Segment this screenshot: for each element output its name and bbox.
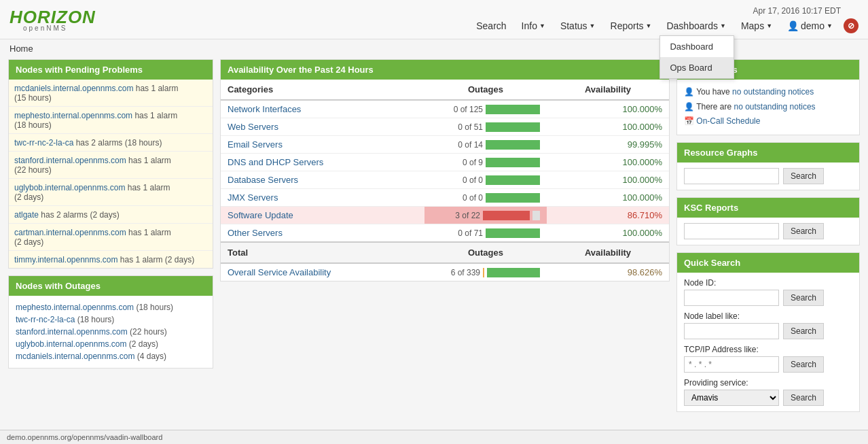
cat-link-5[interactable]: Database Servers: [228, 175, 298, 185]
outages-header: Nodes with Outages: [9, 276, 213, 296]
dd-dashboard[interactable]: Dashboard: [660, 36, 734, 57]
availability-table: Categories Outages Availability Network …: [221, 80, 669, 281]
cat-link-2[interactable]: Web Servers: [228, 122, 278, 132]
nav-status[interactable]: Status ▼: [554, 16, 602, 35]
outage-link-3[interactable]: stanford.internal.opennms.com: [16, 327, 128, 337]
nav-info[interactable]: Info ▼: [515, 16, 552, 35]
node-item-4: stanford.internal.opennms.com has 1 alar…: [9, 152, 213, 179]
node-link-7[interactable]: cartman.internal.opennms.com: [14, 228, 126, 237]
outage-link-1[interactable]: mephesto.internal.opennms.com: [16, 303, 134, 312]
cat-link-3[interactable]: Email Servers: [228, 139, 283, 150]
availability-header: Availability Over the Past 24 Hours: [221, 60, 669, 80]
node-item-2: mephesto.internal.opennms.com has 1 alar…: [9, 107, 213, 134]
nav-maps-dropdown[interactable]: Maps ▼: [734, 16, 779, 35]
ksc-reports-search-button[interactable]: Search: [783, 223, 824, 239]
node-link-8[interactable]: timmy.internal.opennms.com: [14, 255, 118, 264]
node-id-input[interactable]: [684, 290, 779, 306]
dashboards-dropdown-menu: Dashboard Ops Board: [659, 35, 734, 79]
pending-problems-body: mcdaniels.internal.opennms.com has 1 ala…: [9, 80, 213, 268]
nav-maps[interactable]: Maps ▼: [734, 16, 779, 35]
node-link-2[interactable]: mephesto.internal.opennms.com: [14, 111, 132, 120]
nav-reports[interactable]: Reports ▼: [604, 16, 659, 35]
nav-status-dropdown[interactable]: Status ▼: [554, 16, 602, 35]
table-row: Network Interfaces 0 of 125 100.000%: [221, 100, 669, 118]
notif-line3: 📅 On-Call Schedule: [684, 114, 852, 129]
nav-reports-dropdown[interactable]: Reports ▼: [604, 16, 659, 35]
node-link-6[interactable]: atlgate: [14, 210, 39, 220]
notif-link-2[interactable]: no outstanding notices: [734, 102, 815, 112]
quick-search-panel: Quick Search Node ID: Search Node label …: [676, 252, 860, 412]
cat-link-7[interactable]: Software Update: [228, 210, 293, 220]
col-total-label: Total: [221, 242, 424, 263]
ksc-reports-panel: KSC Reports Search: [676, 197, 860, 245]
nav-dashboards-dropdown[interactable]: Dashboards ▼ Dashboard Ops Board: [659, 16, 732, 35]
overall-availability-row: Overall Service Availability 6 of 339 98…: [221, 263, 669, 281]
col-availability: Availability: [547, 80, 669, 100]
node-label-input[interactable]: [684, 323, 779, 339]
node-id-search-button[interactable]: Search: [783, 290, 824, 306]
nav-search[interactable]: Search: [469, 16, 513, 35]
cat-link-1[interactable]: Network Interfaces: [228, 104, 301, 114]
node-item-5: uglybob.internal.opennms.com has 1 alarm…: [9, 179, 213, 206]
node-item-8: timmy.internal.opennms.com has 1 alarm (…: [9, 251, 213, 268]
notif-line1: 👤 You have no outstanding notices: [684, 85, 852, 100]
pending-problems-header: Nodes with Pending Problems: [9, 60, 213, 80]
tcp-search-button[interactable]: Search: [783, 356, 824, 373]
notif-link-3[interactable]: On-Call Schedule: [696, 116, 760, 126]
cat-link-4[interactable]: DNS and DHCP Servers: [228, 157, 323, 167]
availability-panel: Availability Over the Past 24 Hours Cate…: [220, 59, 670, 281]
dd-ops-board[interactable]: Ops Board: [660, 57, 734, 78]
table-row: Database Servers 0 of 0 100.000%: [221, 171, 669, 189]
datetime: Apr 17, 2016 10:17 EDT: [753, 6, 841, 16]
outage-link-2[interactable]: twc-rr-nc-2-la-ca: [16, 315, 75, 324]
resource-graphs-panel: Resource Graphs Search: [676, 142, 860, 190]
nav-dashboards[interactable]: Dashboards ▼: [659, 16, 732, 35]
node-link-5[interactable]: uglybob.internal.opennms.com: [14, 183, 125, 192]
resource-graphs-body: Search: [677, 163, 859, 190]
col-categories: Categories: [221, 80, 424, 100]
outage-item-4: uglybob.internal.opennms.com (2 days): [16, 338, 206, 350]
nav-user-dropdown[interactable]: 👤 demo ▼: [780, 16, 839, 35]
outage-link-4[interactable]: uglybob.internal.opennms.com: [16, 339, 126, 349]
tcp-input[interactable]: [684, 356, 779, 373]
table-row: DNS and DHCP Servers 0 of 9 100.000%: [221, 154, 669, 171]
node-link-4[interactable]: stanford.internal.opennms.com: [14, 156, 126, 165]
service-label: Providing service:: [684, 378, 852, 388]
table-row: Web Servers 0 of 51 100.000%: [221, 118, 669, 136]
outage-item-5: mcdaniels.internal.opennms.com (4 days): [16, 350, 206, 362]
ksc-reports-header: KSC Reports: [677, 198, 859, 218]
logo-opennms: openNMS: [23, 24, 67, 32]
table-row-software-update: Software Update 3 of 22 86.710%: [221, 207, 669, 224]
node-link-1[interactable]: mcdaniels.internal.opennms.com: [14, 84, 133, 93]
resource-graphs-input[interactable]: [684, 168, 779, 184]
nav-info-dropdown[interactable]: Info ▼: [515, 16, 552, 35]
logo: HORIZON openNMS: [10, 7, 96, 32]
notif-link-1[interactable]: no outstanding notices: [732, 87, 814, 97]
overall-link[interactable]: Overall Service Availability: [228, 267, 331, 277]
node-item-6: atlgate has 2 alarms (2 days): [9, 206, 213, 224]
breadcrumb: Home: [0, 39, 868, 58]
service-select[interactable]: Amavis: [684, 390, 779, 406]
outages-panel: Nodes with Outages mephesto.internal.ope…: [8, 275, 213, 369]
nav-user[interactable]: 👤 demo ▼: [780, 16, 839, 35]
cat-link-8[interactable]: Other Servers: [228, 228, 283, 238]
node-id-label: Node ID:: [684, 278, 852, 288]
ksc-reports-input[interactable]: [684, 223, 779, 239]
tcp-label: TCP/IP Address like:: [684, 345, 852, 354]
outage-link-5[interactable]: mcdaniels.internal.opennms.com: [16, 352, 134, 361]
resource-graphs-search-button[interactable]: Search: [783, 168, 824, 184]
outage-item-3: stanford.internal.opennms.com (22 hours): [16, 326, 206, 338]
pending-problems-panel: Nodes with Pending Problems mcdaniels.in…: [8, 59, 213, 269]
resource-graphs-header: Resource Graphs: [677, 143, 859, 163]
notif-line2: 👤 There are no outstanding notices: [684, 100, 852, 115]
service-search-button[interactable]: Search: [783, 390, 824, 406]
col-total-avail: Availability: [547, 242, 669, 263]
table-row: JMX Servers 0 of 0 100.000%: [221, 189, 669, 207]
alarm-indicator[interactable]: ⊘: [844, 18, 858, 33]
node-link-3[interactable]: twc-rr-nc-2-la-ca: [14, 138, 73, 148]
outage-item-2: twc-rr-nc-2-la-ca (18 hours): [16, 313, 206, 326]
node-label-search-button[interactable]: Search: [783, 323, 824, 339]
table-row: Other Servers 0 of 71 100.000%: [221, 224, 669, 243]
outage-item-1: mephesto.internal.opennms.com (18 hours): [16, 301, 206, 313]
cat-link-6[interactable]: JMX Servers: [228, 192, 278, 203]
